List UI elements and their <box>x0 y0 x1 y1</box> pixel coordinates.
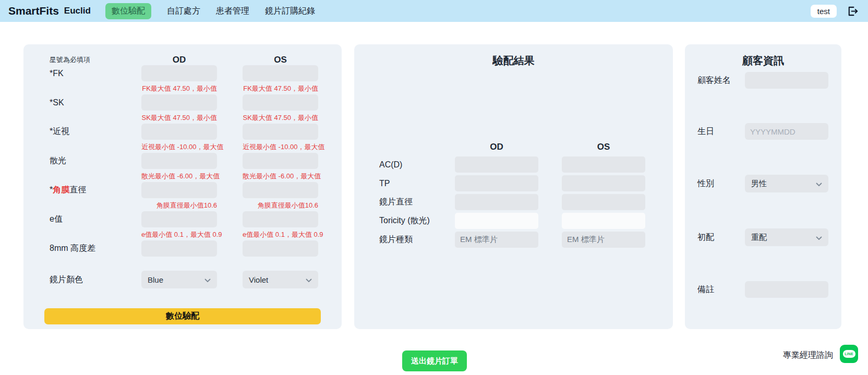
astigmatism-od-input[interactable] <box>141 153 217 169</box>
sag-8mm-od-input[interactable] <box>141 240 217 257</box>
birthday-label: 生日 <box>697 126 714 137</box>
sag-8mm-row: 8mm 高度差 <box>23 240 342 270</box>
fk-od-hint: FK最大值 47.50，最小值 <box>141 84 217 93</box>
e-value-od-input[interactable] <box>141 211 217 227</box>
column-header-od: OD <box>141 55 217 65</box>
gender-label: 性別 <box>697 178 714 189</box>
customer-panel-title: 顧客資訊 <box>685 54 841 68</box>
nav-tabs: 數位驗配 自訂處方 患者管理 鏡片訂購紀錄 <box>105 3 315 19</box>
notes-label: 備註 <box>697 284 714 295</box>
customer-info-panel: 顧客資訊 顧客姓名 生日 性別 男性 初配 重配 備註 <box>685 44 841 329</box>
sk-os-hint: SK最大值 47.50，最小值 <box>243 113 318 123</box>
result-row-lens-diameter: 鏡片直徑 <box>379 194 645 210</box>
toricity-od-field <box>455 213 538 229</box>
corneal-diameter-os-input[interactable] <box>243 182 318 198</box>
lens-type-od-field: EM 標準片 <box>455 232 538 248</box>
result-row-toricity: Toricity (散光) <box>379 213 645 229</box>
myopia-od-input[interactable] <box>141 124 217 140</box>
lens-color-row: 鏡片顏色 Blue Violet <box>23 271 342 288</box>
top-navbar: SmartFits Euclid 數位驗配 自訂處方 患者管理 鏡片訂購紀錄 t… <box>0 0 868 22</box>
submit-lens-order-button[interactable]: 送出鏡片訂單 <box>402 350 467 371</box>
lens-color-od-select[interactable]: Blue <box>141 271 217 288</box>
e-value-os-hint: e值最小值 0.1，最大值 0.9 <box>243 230 318 239</box>
tab-custom-prescription[interactable]: 自訂處方 <box>167 3 200 19</box>
customer-name-input[interactable] <box>745 72 828 89</box>
chevron-down-icon <box>306 275 312 284</box>
myopia-os-input[interactable] <box>243 124 318 140</box>
customer-name-label: 顧客姓名 <box>697 75 731 86</box>
corneal-diameter-label: *角膜直徑 <box>50 185 141 196</box>
result-grid-header: OD OS <box>379 141 645 153</box>
result-row-lens-type: 鏡片種類 EM 標準片 EM 標準片 <box>379 232 645 248</box>
myopia-os-hint: 近視最小值 -10.00，最大值 <box>243 142 318 152</box>
lens-type-os-field: EM 標準片 <box>562 232 645 248</box>
corneal-diameter-row: *角膜直徑 角膜直徑最小值10.6 角膜直徑最小值10.6 <box>23 182 342 211</box>
e-value-row: e值 e值最小值 0.1，最大值 0.9 e值最小值 0.1，最大值 0.9 <box>23 211 342 240</box>
fk-label: *FK <box>50 69 141 78</box>
myopia-row: *近視 近視最小值 -10.00，最大值 近視最小值 -10.00，最大值 <box>23 124 342 153</box>
fk-od-input[interactable] <box>141 65 217 81</box>
fitting-form-panel: 星號為必填項 OD OS *FK FK最大值 47.50，最小值 FK最大值 4… <box>23 44 342 329</box>
gender-select[interactable]: 男性 <box>745 175 828 192</box>
logout-button[interactable] <box>846 4 860 18</box>
corneal-diameter-od-input[interactable] <box>141 182 217 198</box>
sk-od-input[interactable] <box>141 94 217 111</box>
logout-icon <box>847 5 859 17</box>
chevron-down-icon <box>204 275 211 284</box>
result-panel-title: 驗配結果 <box>354 54 673 68</box>
product-name: Euclid <box>64 6 91 16</box>
result-row-tp: TP <box>379 175 645 191</box>
notes-row: 備註 <box>697 281 828 298</box>
sk-os-input[interactable] <box>243 94 318 111</box>
toricity-os-field <box>562 213 645 229</box>
sk-label: *SK <box>50 98 141 107</box>
sag-8mm-os-input[interactable] <box>243 240 318 257</box>
fit-type-label: 初配 <box>697 232 714 243</box>
fitting-result-panel: 驗配結果 OD OS AC(D) TP 鏡片直徑 Toricity (散光) 鏡… <box>354 44 673 329</box>
astigmatism-row: 散光 散光最小值 -6.00，最大值 散光最小值 -6.00，最大值 <box>23 153 342 182</box>
consult-manager-label: 專業經理諮詢 <box>783 350 833 360</box>
sk-row: *SK SK最大值 47.50，最小值 SK最大值 47.50，最小值 <box>23 94 342 124</box>
fk-os-input[interactable] <box>243 65 318 81</box>
e-value-od-hint: e值最小值 0.1，最大值 0.9 <box>141 230 217 239</box>
astigmatism-os-input[interactable] <box>243 153 318 169</box>
result-grid: OD OS AC(D) TP 鏡片直徑 Toricity (散光) 鏡片種類 E… <box>379 141 645 250</box>
birthday-input[interactable] <box>745 123 828 140</box>
fk-row: *FK FK最大值 47.50，最小值 FK最大值 47.50，最小值 <box>23 65 342 94</box>
notes-input[interactable] <box>745 281 828 298</box>
astigmatism-label: 散光 <box>50 155 141 166</box>
chevron-down-icon <box>816 179 822 188</box>
e-value-os-input[interactable] <box>243 211 318 227</box>
user-badge[interactable]: test <box>811 5 837 18</box>
fk-os-hint: FK最大值 47.50，最小值 <box>243 84 318 93</box>
lens-diameter-od-field <box>455 194 538 210</box>
acd-od-field <box>455 156 538 173</box>
fit-type-row: 初配 重配 <box>697 228 828 246</box>
digital-fitting-button[interactable]: 數位驗配 <box>44 308 321 324</box>
tp-os-field <box>562 175 645 191</box>
corneal-diameter-os-hint: 角膜直徑最小值10.6 <box>243 201 318 210</box>
e-value-label: e值 <box>50 214 141 225</box>
birthday-row: 生日 <box>697 123 828 140</box>
sk-od-hint: SK最大值 47.50，最小值 <box>141 113 217 123</box>
tab-digital-fitting[interactable]: 數位驗配 <box>105 3 151 19</box>
result-row-acd: AC(D) <box>379 156 645 173</box>
tab-patient-management[interactable]: 患者管理 <box>216 3 249 19</box>
line-icon[interactable]: LINE <box>840 345 858 363</box>
sag-8mm-label: 8mm 高度差 <box>50 243 141 254</box>
navbar-right: test <box>811 4 860 18</box>
lens-color-label: 鏡片顏色 <box>50 274 141 285</box>
customer-name-row: 顧客姓名 <box>697 72 828 89</box>
result-column-os: OS <box>562 142 645 152</box>
fit-type-select[interactable]: 重配 <box>745 228 828 246</box>
acd-os-field <box>562 156 645 173</box>
tp-od-field <box>455 175 538 191</box>
line-bubble-label: LINE <box>843 350 855 358</box>
required-note: 星號為必填項 <box>50 55 141 65</box>
lens-color-os-select[interactable]: Violet <box>243 271 318 288</box>
chevron-down-icon <box>816 233 822 242</box>
lens-diameter-os-field <box>562 194 645 210</box>
tab-lens-order-history[interactable]: 鏡片訂購紀錄 <box>265 3 315 19</box>
myopia-label: *近視 <box>50 126 141 137</box>
result-column-od: OD <box>455 142 538 152</box>
